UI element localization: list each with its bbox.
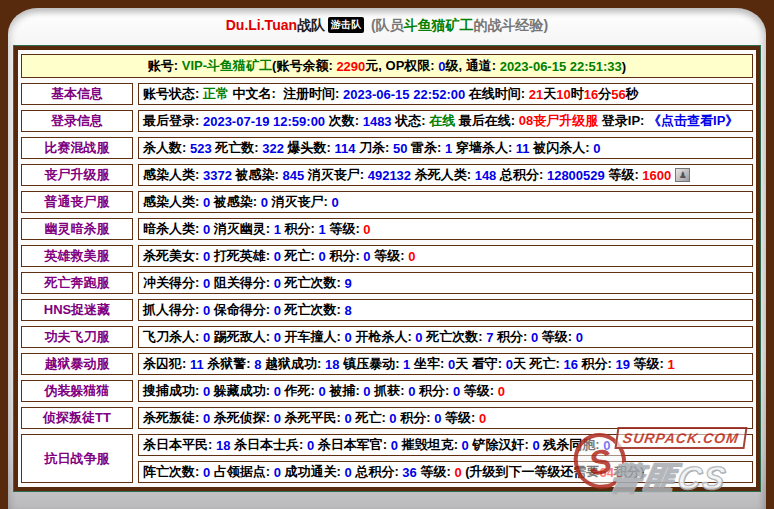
text-segment: 杀日本军官: [314,436,391,454]
text-segment: 845 [282,168,304,183]
page-sheet: Du.Li.Tuan战队游击队 (队员斗鱼猫矿工的战斗经验) 账号: VIP-斗… [8,8,766,509]
text-segment: 踢死敌人: [210,328,274,346]
row-label: 越狱暴动服 [21,353,133,375]
text-segment: 镇压暴动: [340,355,404,373]
text-segment: 杀日本平民: [143,436,216,454]
stats-rows: 基本信息账号状态: 正常 中文名: 注册时间: 2023-06-15 22:52… [21,83,753,483]
table-row: 普通丧尸服感染人类: 0 被感染: 0 消灭丧尸: 0 [21,191,753,213]
text-segment: 积分: [397,409,435,427]
text-segment: VIP-斗鱼猫矿工 [182,57,272,75]
text-segment: 1600 [642,168,671,183]
text-segment: (升级到下一等级还需要 [462,463,600,481]
text-segment: 0 [345,411,352,426]
text-segment: (账号余额: [272,57,336,75]
text-segment: 状态: [392,112,430,130]
text-segment: 积分: [415,382,453,400]
text-segment: 等级: [371,247,409,265]
text-segment: 积分: [578,355,616,373]
row-label: HNS捉迷藏 [21,299,133,321]
text-segment: 时 [571,85,584,103]
text-segment: 最后在线: [455,112,519,130]
text-segment: 492132 [368,168,411,183]
row-label: 英雄救美服 [21,245,133,267]
text-segment: 0 [363,222,370,237]
text-segment: 杀囚犯: [143,355,190,373]
text-segment: 死亡次数: [423,328,487,346]
text-segment: 1 [274,222,281,237]
text-segment: 作死: [281,382,319,400]
text-segment: 3372 [203,168,232,183]
text-segment: 21 [529,87,543,102]
text-segment: 被感染: [232,166,283,184]
table-row: 侦探叛徒TT杀死叛徒: 0 杀死侦探: 0 杀死平民: 0 死亡: 0 积分: … [21,407,753,429]
table-row: 越狱暴动服杀囚犯: 11 杀狱警: 8 越狱成功: 18 镇压暴动: 1 坐牢:… [21,353,753,375]
text-segment: 杀死美女: [143,247,203,265]
view-ip-link[interactable]: 《点击查看IP》 [648,112,738,130]
text-segment: 成功通关: [281,463,345,481]
text-segment: 开枪杀人: [352,328,416,346]
text-segment: 11 [190,357,204,372]
text-segment: 0 [345,330,352,345]
text-segment: 0 [415,330,422,345]
text-segment: 0 [203,330,210,345]
text-segment: 8 [254,357,261,372]
table-row: 基本信息账号状态: 正常 中文名: 注册时间: 2023-06-15 22:52… [21,83,753,105]
table-row: 功夫飞刀服飞刀杀人: 0 踢死敌人: 0 开车撞人: 0 开枪杀人: 0 死亡次… [21,326,753,348]
text-segment: 2290 [336,59,365,74]
text-segment: 1 [668,357,675,372]
text-segment: 0 [532,438,539,453]
table-row: HNS捉迷藏抓人得分: 0 保命得分: 0 死亡次数: 8 [21,299,753,321]
text-segment: 0 [203,384,210,399]
text-segment: 10 [556,87,570,102]
text-segment: 总积分: [352,463,403,481]
text-segment: 0 [389,411,396,426]
row-content: 暗杀人类: 0 消灭幽灵: 1 积分: 1 等级: 0 [138,218,753,240]
row-content: 阵亡次数: 0 占领据点: 0 成功通关: 0 总积分: 36 等级: 0 (升… [138,461,753,483]
text-segment: 坐牢: [410,355,448,373]
row-label: 死亡奔跑服 [21,272,133,294]
text-segment: 等级: [417,463,455,481]
text-segment: 0 [363,249,370,264]
stats-table: 账号: VIP-斗鱼猫矿工(账号余额: 2290元, OP权限: 0级, 通道:… [14,46,760,491]
text-segment: 等级: [326,220,364,238]
text-segment: 搜捕成功: [143,382,203,400]
text-segment: 2023-07-19 12:59:00 [203,114,325,129]
text-segment: 0 [593,141,600,156]
text-segment: 账号状态: [143,85,203,103]
text-segment: 0 [274,276,281,291]
text-segment: 积分: [493,328,531,346]
text-segment: 等级: [630,355,668,373]
text-segment: 刀杀: [355,139,393,157]
text-segment: 16 [563,357,577,372]
row-label: 丧尸升级服 [21,164,133,186]
row-label: 比赛混战服 [21,137,133,159]
text-segment: 0 [531,330,538,345]
team-name-en: Du.Li.Tuan [226,17,297,33]
row-content: 杀日本平民: 18 杀日本士兵: 0 杀日本军官: 0 摧毁坦克: 0 铲除汉奸… [138,434,753,456]
text-segment: 消灭丧尸: [268,193,332,211]
table-row: 丧尸升级服感染人类: 3372 被感染: 845 消灭丧尸: 492132 杀死… [21,164,753,186]
text-segment: 0 [203,249,210,264]
text-segment: 杀狱警: [204,355,255,373]
text-segment: 级, 通道: [445,57,499,75]
row-content: 冲关得分: 0 阻关得分: 0 死亡次数: 9 [138,272,753,294]
text-segment: 次数: [325,112,363,130]
table-row: 登录信息最后登录: 2023-07-19 12:59:00 次数: 1483 状… [21,110,753,132]
text-segment: 56 [611,87,625,102]
account-summary-row: 账号: VIP-斗鱼猫矿工(账号余额: 2290元, OP权限: 0级, 通道:… [21,54,753,78]
text-segment: 最后登录: [143,112,203,130]
team-badge: 游击队 [328,17,364,33]
row-content: 搜捕成功: 0 躲藏成功: 0 作死: 0 被捕: 0 抓获: 0 积分: 0 … [138,380,753,402]
text-segment: 0 [274,465,281,480]
text-segment: ) [622,59,626,74]
text-segment: 天 死亡: [513,355,564,373]
text-segment: 摧毁坦克: [398,436,462,454]
table-row: 英雄救美服杀死美女: 0 打死英雄: 0 死亡: 0 积分: 0 等级: 0 [21,245,753,267]
text-segment: 0 [332,195,339,210]
text-segment: 0 [453,384,460,399]
text-segment: 等级: [441,409,479,427]
text-segment: 总积分: [496,166,547,184]
text-segment: 0 [203,276,210,291]
text-segment: 暗杀人类: [143,220,203,238]
row-label: 普通丧尸服 [21,191,133,213]
